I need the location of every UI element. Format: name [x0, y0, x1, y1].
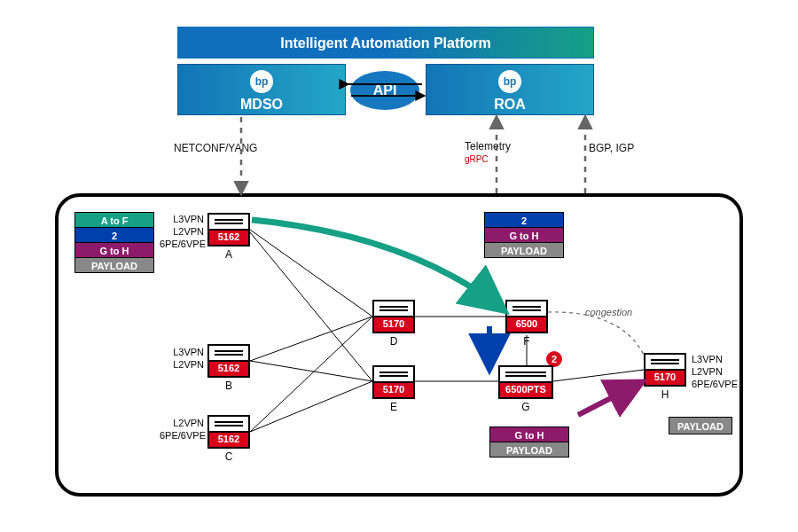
roa-label: ROA: [426, 93, 593, 113]
router-b-name: B: [207, 378, 250, 392]
router-b: 5162 B: [207, 344, 250, 392]
stack-mid-gtoh: G to H: [489, 426, 569, 442]
router-c-name: C: [207, 449, 250, 463]
stack-topright-payload: PAYLOAD: [484, 242, 564, 258]
router-g-model: 6500PTS: [498, 383, 553, 399]
stack-left-2: 2: [74, 227, 154, 243]
stack-left-payload: PAYLOAD: [74, 257, 154, 273]
router-g-name: G: [498, 399, 553, 413]
stack-left-gtoh: G to H: [74, 242, 154, 258]
stack-topright: 2 G to H PAYLOAD: [484, 213, 564, 258]
router-icon: [505, 300, 548, 317]
router-d-model: 5170: [372, 317, 415, 333]
router-f-name: F: [505, 333, 548, 348]
labels-c: L2VPN6PE/6VPE: [160, 417, 204, 442]
router-e-name: E: [372, 399, 415, 413]
stack-mid-payload: PAYLOAD: [489, 442, 569, 458]
router-d: 5170 D: [372, 300, 415, 348]
labels-b: L3VPNL2VPN: [160, 346, 204, 371]
stack-left-atof: A to F: [74, 212, 154, 228]
router-f-model: 6500: [505, 317, 548, 333]
router-h: 5170 H: [644, 353, 686, 401]
bgp-label: BGP, IGP: [589, 142, 634, 154]
mdso-label: MDSO: [178, 93, 345, 113]
mdso-box: bp MDSO: [177, 64, 346, 115]
router-icon: [207, 415, 250, 433]
router-f: 6500 F: [505, 300, 548, 348]
bp-badge-roa: bp: [498, 70, 521, 93]
router-icon: [207, 213, 250, 231]
stack-left: A to F 2 G to H PAYLOAD: [74, 213, 154, 273]
router-d-name: D: [372, 333, 415, 348]
payload-h: PAYLOAD: [669, 417, 732, 434]
router-c: 5162 C: [207, 415, 250, 463]
stack-topright-gtoh: G to H: [484, 227, 564, 243]
router-icon: [372, 365, 415, 383]
netconf-label: NETCONF/YANG: [174, 142, 257, 154]
router-icon: [372, 300, 415, 317]
router-g: 6500PTS G: [498, 365, 553, 413]
router-h-model: 5170: [644, 371, 686, 387]
router-a: 5162 A: [207, 213, 250, 261]
router-icon: [644, 353, 686, 371]
congestion-label: congestion: [585, 307, 632, 317]
router-a-model: 5162: [207, 231, 250, 246]
router-c-model: 5162: [207, 433, 250, 449]
router-a-name: A: [207, 246, 250, 261]
labels-h: L3VPNL2VPN6PE/6VPE: [692, 353, 741, 390]
stack-topright-2: 2: [484, 212, 564, 228]
router-icon: [498, 365, 553, 383]
bp-badge-mdso: bp: [250, 70, 273, 93]
router-h-name: H: [644, 387, 686, 401]
telemetry-label: TelemetrygRPC: [465, 140, 511, 165]
api-oval: API: [350, 71, 419, 110]
router-e: 5170 E: [372, 365, 415, 413]
stack-mid: G to H PAYLOAD: [489, 427, 569, 458]
roa-box: bp ROA: [426, 64, 594, 115]
router-e-model: 5170: [372, 383, 415, 399]
labels-a: L3VPNL2VPN6PE/6VPE: [160, 213, 204, 250]
router-b-model: 5162: [207, 362, 250, 378]
platform-title: Intelligent Automation Platform: [177, 27, 594, 59]
router-icon: [207, 344, 250, 362]
